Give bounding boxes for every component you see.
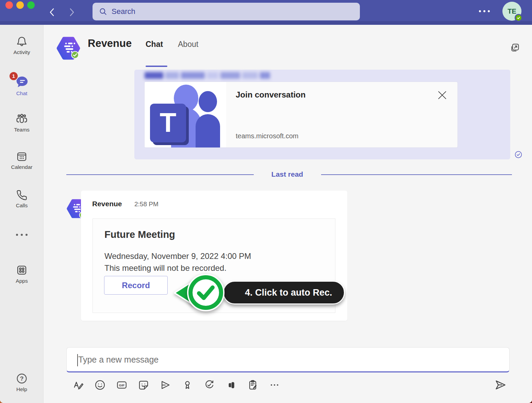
search-icon <box>99 7 107 16</box>
read-receipt-icon <box>514 151 522 159</box>
sidebar-item-label: Help <box>0 386 44 392</box>
more-options-icon[interactable] <box>479 10 493 14</box>
send-icon[interactable] <box>494 378 507 392</box>
tasks-clipboard-icon[interactable] <box>247 379 259 391</box>
text-caret <box>77 354 78 366</box>
bell-icon <box>16 36 28 48</box>
avatar-initials: TE <box>508 7 516 15</box>
close-button[interactable] <box>5 1 13 9</box>
search-input[interactable] <box>112 3 350 20</box>
meeting-datetime: Wednesday, November 9, 2022 4:00 PM <box>104 251 251 261</box>
svg-text:GIF: GIF <box>119 383 124 387</box>
message-timestamp: 2:58 PM <box>134 200 159 208</box>
emoji-icon[interactable] <box>94 379 106 391</box>
sidebar-item-calendar[interactable]: Calendar <box>0 151 44 170</box>
praise-ribbon-icon[interactable] <box>181 379 194 391</box>
loop-app-icon[interactable] <box>225 379 237 391</box>
more-apps-icon[interactable] <box>268 379 281 391</box>
popout-icon[interactable] <box>509 42 521 54</box>
page-title: Revenue <box>88 37 132 50</box>
meeting-title: Future Meeting <box>104 229 175 240</box>
message-composer <box>66 347 510 372</box>
calendar-icon <box>16 151 28 163</box>
presence-available-icon <box>515 14 522 22</box>
message-input[interactable] <box>78 348 500 371</box>
tab-about[interactable]: About <box>178 40 198 49</box>
sidebar-item-label: Teams <box>0 127 44 133</box>
annotation-check-icon <box>186 273 226 312</box>
sidebar-item-chat[interactable]: 1 Chat <box>0 75 44 97</box>
search-bar <box>93 3 360 20</box>
message-sender: Revenue <box>92 200 122 208</box>
tab-chat[interactable]: Chat <box>146 40 163 49</box>
sidebar-item-label: Apps <box>0 278 44 284</box>
svg-text:T: T <box>160 107 177 138</box>
link-card-title: Join conversation <box>236 90 305 100</box>
sidebar-item-calls[interactable]: Calls <box>0 189 44 209</box>
record-button[interactable]: Record <box>104 276 168 295</box>
minimize-button[interactable] <box>16 1 24 9</box>
bot-message-bubble: Revenue 2:58 PM Future Meeting Wednesday… <box>81 191 347 321</box>
svg-text:?: ? <box>20 375 24 382</box>
redacted-text <box>145 72 270 80</box>
rail-more-icon[interactable] <box>0 234 44 236</box>
meeting-note: This meeting will not be recorded. <box>104 263 227 273</box>
sent-message-bubble: T Join conversation teams.microsoft.com <box>134 70 510 159</box>
teams-window: TE Activity 1 Chat Teams Calendar <box>0 0 532 403</box>
sidebar-item-label: Chat <box>0 90 44 97</box>
link-card-domain: teams.microsoft.com <box>236 132 298 140</box>
title-bar: TE <box>0 0 532 25</box>
teams-people-icon <box>15 112 28 125</box>
sidebar-item-activity[interactable]: Activity <box>0 36 44 55</box>
help-icon: ? <box>15 372 28 385</box>
last-read-line <box>66 174 254 175</box>
apps-grid-icon <box>15 264 28 277</box>
sidebar-item-help[interactable]: ? Help <box>0 372 44 392</box>
active-tab-indicator <box>146 66 167 67</box>
teams-logo-illustration: T <box>145 82 226 147</box>
last-read-line <box>321 174 512 175</box>
unread-badge: 1 <box>9 71 18 81</box>
sidebar-item-apps[interactable]: Apps <box>0 264 44 284</box>
gif-icon[interactable]: GIF <box>116 379 128 391</box>
chat-pane: Revenue Chat About <box>44 25 532 403</box>
phone-icon <box>16 189 28 201</box>
revenue-app-icon <box>56 36 81 60</box>
close-icon[interactable] <box>437 90 447 100</box>
sidebar-item-label: Calls <box>0 203 44 209</box>
back-icon[interactable] <box>47 6 57 18</box>
link-preview-card[interactable]: T Join conversation teams.microsoft.com <box>145 82 458 147</box>
stream-play-icon[interactable] <box>159 379 171 391</box>
avatar[interactable]: TE <box>502 2 521 21</box>
forward-icon[interactable] <box>67 6 77 18</box>
last-read-label: Last read <box>253 170 321 178</box>
format-icon[interactable] <box>72 379 84 391</box>
chat-header: Revenue Chat About <box>44 25 532 68</box>
annotation-tooltip: 4. Click to auto Rec. <box>223 281 345 304</box>
schedule-sync-icon[interactable] <box>203 379 215 391</box>
sticker-icon[interactable] <box>137 379 150 391</box>
sidebar-item-label: Calendar <box>0 164 44 170</box>
zoom-button[interactable] <box>27 1 35 9</box>
sidebar-item-label: Activity <box>0 49 44 55</box>
app-rail: Activity 1 Chat Teams Calendar Calls App… <box>0 25 44 403</box>
sidebar-item-teams[interactable]: Teams <box>0 112 44 133</box>
